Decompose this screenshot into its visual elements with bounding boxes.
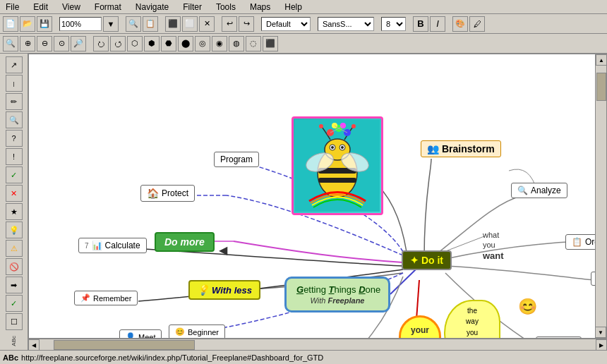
menu-view[interactable]: View	[59, 1, 83, 13]
icon5[interactable]: ✕	[199, 16, 215, 32]
new-button[interactable]: 📄	[3, 16, 18, 32]
tb2-btn10[interactable]: ⬣	[161, 36, 176, 51]
scroll-thumb-v[interactable]	[596, 73, 606, 101]
node-remember[interactable]: 📌 Remember	[74, 291, 138, 305]
toolbar-secondary: 🔍 ⊕ ⊖ ⊙ 🔎 ⭮ ⭯ ⬡ ⬢ ⬣ ⬤ ◎ ◉ ◍ ◌ ⬛	[0, 34, 607, 54]
node-calculate[interactable]: 7 📊 Calculate	[78, 238, 147, 253]
fontsize-select[interactable]: 8	[381, 17, 406, 31]
menu-navigate[interactable]: Navigate	[133, 1, 172, 13]
sidebar-btn1[interactable]: ↗	[6, 56, 23, 73]
menu-filter[interactable]: Filter	[180, 1, 205, 13]
scroll-thumb-h[interactable]	[54, 340, 195, 350]
zoom-input[interactable]	[59, 17, 102, 31]
tb2-btn3[interactable]: ⊖	[37, 36, 52, 51]
node-withless[interactable]: 💡 With less	[188, 280, 260, 300]
brainstorm-label: Brainstorm	[442, 143, 495, 154]
tb2-btn7[interactable]: ⭯	[110, 36, 126, 51]
node-protect[interactable]: 🏠 Protect	[140, 185, 195, 202]
node-gtd[interactable]: Getting Things Done With Freeplane	[284, 277, 390, 313]
menu-format[interactable]: Format	[92, 1, 124, 13]
tb2-btn15[interactable]: ◌	[246, 36, 261, 51]
doit-label: Do it	[421, 255, 443, 266]
sidebar-btn9[interactable]: ★	[6, 203, 23, 220]
menu-file[interactable]: File	[3, 1, 22, 13]
sidebar-btn15[interactable]: ☐	[6, 313, 23, 330]
icon1[interactable]: 🔍	[126, 16, 141, 32]
node-want: want	[483, 250, 504, 261]
node-bee-image[interactable]	[292, 116, 383, 215]
scroll-down-arrow[interactable]: ▼	[595, 327, 606, 338]
tb2-btn13[interactable]: ◉	[212, 36, 227, 51]
tb2-btn11[interactable]: ⬤	[178, 36, 193, 51]
horizontal-scrollbar[interactable]: ◀ ▶	[28, 339, 607, 350]
sidebar-btn10[interactable]: 💡	[6, 222, 23, 238]
node-write[interactable]: 📝 Write	[536, 336, 582, 339]
redo-button[interactable]: ↪	[239, 16, 254, 32]
sidebar-btn6[interactable]: !	[6, 148, 23, 165]
tb2-btn12[interactable]: ◎	[195, 36, 210, 51]
menu-help[interactable]: Help	[282, 1, 305, 13]
menu-maps[interactable]: Maps	[247, 1, 273, 13]
sidebar-btn2[interactable]: |	[6, 75, 23, 92]
doit-box: Do it	[402, 250, 452, 270]
tb2-btn2[interactable]: ⊕	[20, 36, 35, 51]
node-brainstorm[interactable]: 👥 Brainstorm	[421, 140, 501, 157]
sidebar-btn12[interactable]: 🚫	[6, 258, 23, 275]
sidebar-btn4[interactable]: 🔍	[6, 111, 23, 128]
node-doit[interactable]: Do it	[402, 250, 452, 270]
sidebar-btn8[interactable]: ✕	[6, 185, 23, 202]
save-button[interactable]: 💾	[37, 16, 52, 32]
bg-color-button[interactable]: 🖊	[469, 16, 485, 32]
node-program[interactable]: Program	[214, 152, 259, 167]
sidebar-btn13[interactable]: ➡	[6, 277, 23, 293]
meet-box: 👤 Meet	[119, 329, 162, 339]
bold-button[interactable]: B	[413, 16, 428, 32]
bee-image-box	[292, 116, 383, 215]
tb2-btn6[interactable]: ⭮	[93, 36, 109, 51]
font-select[interactable]: SansS...	[318, 17, 374, 31]
scroll-left-arrow[interactable]: ◀	[28, 339, 40, 351]
tb2-btn1[interactable]: 🔍	[3, 36, 18, 51]
sidebar-btn14[interactable]: ✓	[6, 295, 23, 312]
scroll-up-arrow[interactable]: ▲	[596, 54, 607, 66]
beginner-label: Beginner	[188, 328, 219, 336]
canvas-area[interactable]: Program 🏠 Protect	[28, 54, 607, 339]
node-domore[interactable]: Do more	[155, 232, 215, 252]
gtd-title: Getting Things Done	[296, 284, 378, 295]
node-yourway[interactable]: yourway	[399, 315, 441, 339]
menu-edit[interactable]: Edit	[30, 1, 51, 13]
icon4[interactable]: ⬜	[182, 16, 198, 32]
node-meet[interactable]: 👤 Meet	[119, 329, 162, 339]
vertical-scrollbar[interactable]: ▲ ▼	[595, 54, 606, 338]
sidebar-btn7[interactable]: ✓	[6, 166, 23, 183]
tb2-btn8[interactable]: ⬡	[127, 36, 143, 51]
protect-box: 🏠 Protect	[140, 185, 195, 202]
icon3[interactable]: ⬛	[165, 16, 181, 32]
sidebar-btn3[interactable]: ✏	[6, 93, 23, 110]
tb2-btn16[interactable]: ⬛	[263, 36, 278, 51]
italic-button[interactable]: I	[430, 16, 445, 32]
undo-button[interactable]: ↩	[222, 16, 237, 32]
sidebar-btn5[interactable]: ?	[6, 130, 23, 147]
scroll-right-arrow[interactable]: ▶	[596, 339, 607, 351]
open-button[interactable]: 📂	[20, 16, 35, 32]
tb2-btn4[interactable]: ⊙	[54, 36, 69, 51]
tb2-btn9[interactable]: ⬢	[144, 36, 160, 51]
zoom-dropdown[interactable]: ▼	[103, 16, 119, 32]
node-cloud[interactable]: thewayyouwantit	[444, 300, 500, 339]
menu-tools[interactable]: Tools	[213, 1, 239, 13]
beginner-box: 😊 Beginner	[169, 324, 225, 339]
style-select[interactable]: Default	[261, 17, 311, 31]
icon2[interactable]: 📋	[143, 16, 158, 32]
node-beginner[interactable]: 😊 Beginner	[169, 324, 225, 339]
status-bar: ABc http://freeplane.sourceforge.net/wik…	[0, 350, 607, 364]
node-smiley: 😊	[518, 298, 537, 316]
what-label: what	[483, 231, 499, 239]
color-button[interactable]: 🎨	[452, 16, 468, 32]
tb2-btn5[interactable]: 🔎	[71, 36, 86, 51]
mindmap-canvas: Program 🏠 Protect	[29, 54, 606, 338]
node-analyze[interactable]: 🔍 Analyze	[511, 183, 567, 198]
gtd-subtitle: With Freeplane	[296, 296, 378, 305]
tb2-btn14[interactable]: ◍	[229, 36, 244, 51]
sidebar-btn11[interactable]: ⚠	[6, 240, 23, 257]
